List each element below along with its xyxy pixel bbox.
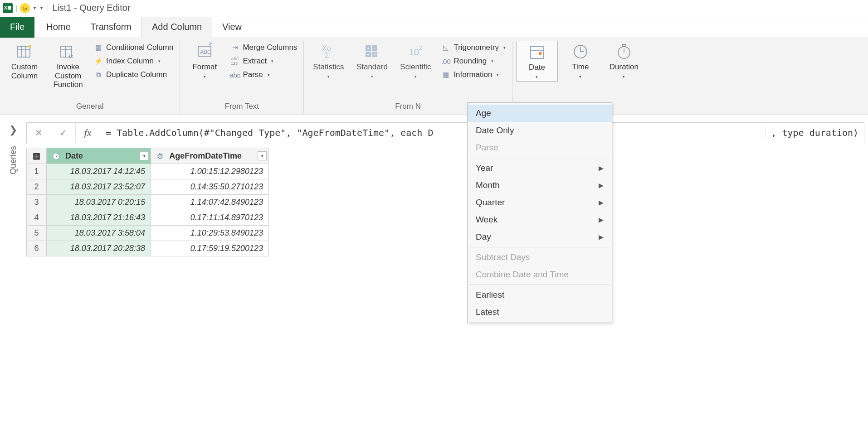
row-number[interactable]: 6 <box>27 241 47 256</box>
formula-input-right[interactable]: , type duration) <box>765 127 864 138</box>
qat-separator: | <box>15 5 17 12</box>
column-header-age[interactable]: ⏱ AgeFromDateTime ▾ <box>151 148 269 164</box>
qat-customize-icon[interactable]: ▾ <box>39 5 44 10</box>
table-row[interactable]: 418.03.2017 21:16:430.17:11:14.8970123 <box>27 210 269 226</box>
smiley-icon[interactable]: ☺ <box>20 3 30 13</box>
row-number[interactable]: 1 <box>27 164 47 179</box>
chevron-right-icon: ▶ <box>599 199 604 206</box>
formula-accept-button[interactable]: ✓ <box>51 123 76 143</box>
menu-item-age[interactable]: Age <box>468 105 612 122</box>
rounding-button[interactable]: .00 Rounding ▾ <box>438 55 508 67</box>
tab-view[interactable]: View <box>212 17 252 38</box>
tab-home[interactable]: Home <box>36 17 80 38</box>
menu-item-age-label: Age <box>476 108 491 118</box>
formula-fx-button[interactable]: fx <box>76 123 100 143</box>
menu-item-date-only[interactable]: Date Only <box>468 122 612 139</box>
row-number[interactable]: 5 <box>27 226 47 241</box>
svg-point-4 <box>29 45 31 48</box>
formula-input[interactable]: = Table.AddColumn(#"Changed Type", "AgeF… <box>100 127 765 138</box>
queries-label[interactable]: Queries <box>9 146 18 174</box>
date-cell[interactable]: 18.03.2017 21:16:43 <box>47 210 151 226</box>
menu-item-quarter-label: Quarter <box>476 198 505 207</box>
time-button[interactable]: Time ▾ <box>560 41 601 81</box>
tab-file[interactable]: File <box>0 17 34 38</box>
date-cell[interactable]: 18.03.2017 20:28:38 <box>47 241 151 256</box>
tab-add-column[interactable]: Add Column <box>141 17 212 38</box>
qat-dropdown-icon[interactable]: ▾ <box>33 5 37 10</box>
merge-columns-label: Merge Columns <box>243 43 297 52</box>
parse-label: Parse <box>243 70 263 79</box>
chevron-down-icon: ▾ <box>371 74 373 79</box>
custom-column-button[interactable]: Custom Column <box>4 41 45 82</box>
clock-icon <box>571 43 590 61</box>
menu-item-day[interactable]: Day▶ <box>468 228 612 246</box>
format-button[interactable]: ABC Format ▾ <box>184 41 225 81</box>
merge-columns-button[interactable]: ⇥ Merge Columns <box>227 42 300 53</box>
formula-cancel-button[interactable]: ✕ <box>27 123 51 143</box>
row-number[interactable]: 2 <box>27 179 47 195</box>
standard-button[interactable]: +−÷× Standard ▾ <box>351 41 393 81</box>
table-row[interactable]: 218.03.2017 23:52:070.14:35:50.2710123 <box>27 179 269 195</box>
group-label-from-text: From Text <box>225 99 259 115</box>
duration-label: Duration <box>610 63 639 72</box>
menu-item-week[interactable]: Week▶ <box>468 211 612 228</box>
age-cell[interactable]: 0.14:35:50.2710123 <box>151 179 269 195</box>
menu-item-year[interactable]: Year▶ <box>468 159 612 177</box>
conditional-column-button[interactable]: ▦ Conditional Column <box>91 42 176 53</box>
scientific-button[interactable]: 102 Scientific ▾ <box>395 41 436 81</box>
duration-button[interactable]: Duration ▾ <box>603 41 645 81</box>
column-header-date[interactable]: 🕓 Date ▾ <box>47 148 151 164</box>
age-cell[interactable]: 1.00:15:12.2980123 <box>151 164 269 179</box>
row-number[interactable]: 4 <box>27 210 47 226</box>
chevron-down-icon: ▾ <box>491 59 493 63</box>
table-corner-cell[interactable]: ▦ <box>27 148 47 164</box>
age-cell[interactable]: 0.17:59:19.5200123 <box>151 241 269 256</box>
app-icon: X≣ <box>3 3 13 13</box>
chevron-down-icon: ▾ <box>327 74 330 79</box>
date-cell[interactable]: 18.03.2017 0:20:15 <box>47 195 151 210</box>
invoke-custom-function-button[interactable]: fx Invoke Custom Function <box>47 41 89 91</box>
svg-text:÷: ÷ <box>367 52 370 57</box>
age-cell[interactable]: 0.17:11:14.8970123 <box>151 210 269 226</box>
duplicate-column-label: Duplicate Column <box>106 70 167 79</box>
svg-rect-0 <box>17 46 30 57</box>
group-label-general: General <box>76 99 103 115</box>
table-row[interactable]: 618.03.2017 20:28:380.17:59:19.5200123 <box>27 241 269 256</box>
date-button[interactable]: Date ▾ <box>516 41 558 82</box>
tab-transform[interactable]: Transform <box>81 17 141 38</box>
extract-button[interactable]: ABC123 Extract ▾ <box>227 55 300 67</box>
duplicate-column-button[interactable]: ⧉ Duplicate Column <box>91 69 176 81</box>
table-row[interactable]: 318.03.2017 0:20:151.14:07:42.8490123 <box>27 195 269 210</box>
parse-button[interactable]: abc Parse ▾ <box>227 69 300 81</box>
column-filter-button[interactable]: ▾ <box>258 151 267 160</box>
date-cell[interactable]: 18.03.2017 14:12:45 <box>47 164 151 179</box>
menu-item-week-label: Week <box>476 215 497 225</box>
information-button[interactable]: ▦ Information ▾ <box>438 69 508 81</box>
svg-text:+: + <box>367 46 370 51</box>
column-filter-button[interactable]: ▾ <box>140 151 149 160</box>
index-column-button[interactable]: ⚡ Index Column ▾ <box>91 55 176 67</box>
menu-separator <box>469 158 610 158</box>
format-icon: ABC <box>195 43 214 61</box>
menu-item-month[interactable]: Month▶ <box>468 177 612 194</box>
conditional-column-icon: ▦ <box>93 43 103 53</box>
format-label: Format <box>192 63 217 72</box>
standard-icon: +−÷× <box>363 43 381 61</box>
fx-icon: fx <box>84 127 92 139</box>
age-cell[interactable]: 1.10:29:53.8490123 <box>151 226 269 241</box>
row-number[interactable]: 3 <box>27 195 47 210</box>
date-cell[interactable]: 18.03.2017 23:52:07 <box>47 179 151 195</box>
menu-item-parse: Parse <box>468 139 612 156</box>
table-row[interactable]: 118.03.2017 14:12:451.00:15:12.2980123 <box>27 164 269 179</box>
table-sparkle-icon <box>15 43 34 61</box>
menu-item-subtract-days-label: Subtract Days <box>476 252 530 256</box>
parse-icon: abc <box>230 70 240 80</box>
table-row[interactable]: 518.03.2017 3:58:041.10:29:53.8490123 <box>27 226 269 241</box>
trigonometry-button[interactable]: ◺ Trigonometry ▾ <box>438 42 508 53</box>
date-cell[interactable]: 18.03.2017 3:58:04 <box>47 226 151 241</box>
expand-queries-button[interactable]: ❯ <box>9 124 17 136</box>
menu-item-quarter[interactable]: Quarter▶ <box>468 194 612 211</box>
age-cell[interactable]: 1.14:07:42.8490123 <box>151 195 269 210</box>
rounding-icon: .00 <box>441 56 451 66</box>
statistics-button[interactable]: X̄σΣ Statistics ▾ <box>307 41 349 81</box>
